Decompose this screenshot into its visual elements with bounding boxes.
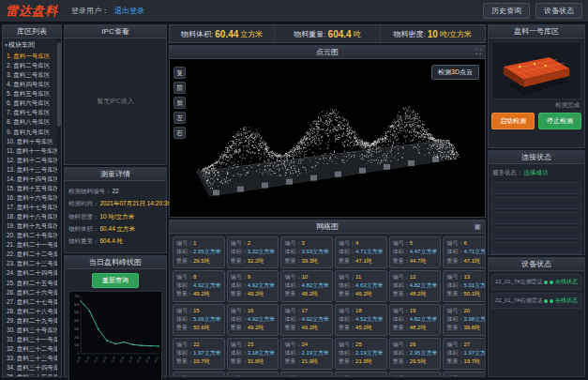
grid-cell[interactable]: 编号：13 体积：5.01立方米 重量：50.1吨 [443, 270, 485, 302]
area-list-item[interactable]: 3. 盘料三号库区 [7, 70, 61, 80]
grid-cell[interactable]: 编号：1 体积：2.95立方米 重量：29.5吨 [173, 236, 225, 268]
grid-cell[interactable]: 编号：4 体积：4.71立方米 重量：47.1吨 [335, 236, 387, 268]
grid-cell[interactable]: 编号：32 体积：1.76立方米 重量：17.6吨 [335, 372, 387, 376]
area-list-item[interactable]: 11. 盘料十一号库区 [7, 146, 61, 156]
grid-cell[interactable]: 编号：11 体积：4.62立方米 重量：46.2吨 [335, 270, 387, 302]
view-direction-button[interactable]: 左 [173, 112, 186, 124]
warehouse-3d-model[interactable] [491, 41, 581, 99]
area-list-item[interactable]: 21. 盘料二十一号库区 [7, 240, 61, 250]
area-list-item[interactable]: 15. 盘料十五号库区 [7, 184, 61, 193]
grid-cell[interactable]: 编号：18 体积：4.52立方米 重量：45.2吨 [335, 304, 387, 336]
cell-volume-value: 3.98立方米 [463, 316, 485, 322]
cell-volume-value: 3.22立方米 [248, 249, 276, 254]
area-list-item[interactable]: 13. 盘料十三号库区 [7, 165, 61, 175]
view-direction-button[interactable]: 右 [173, 127, 186, 139]
grid-cell[interactable]: 编号：20 体积：3.98立方米 重量：39.8吨 [443, 304, 485, 336]
requery-button[interactable]: 重新查询 [92, 273, 139, 288]
area-list-item[interactable]: 29. 盘料二十九号库区 [7, 316, 61, 326]
grid-cell[interactable]: 编号：9 体积：4.92立方米 重量：49.2吨 [227, 270, 279, 302]
grid-cell[interactable]: 编号：29 体积：1.97立方米 重量：19.7吨 [173, 372, 225, 376]
cell-weight-label: 重量： [176, 358, 193, 364]
detect-3d-pointcloud-button[interactable]: 检测3D点云 [431, 65, 479, 80]
area-list-item[interactable]: 27. 盘料二十七号库区 [7, 297, 61, 307]
start-detect-button[interactable]: 启动检测 [491, 113, 535, 129]
cell-no-value: 24 [301, 342, 308, 347]
area-list-item[interactable]: 31. 盘料三十一号库区 [7, 335, 61, 344]
view-direction-button[interactable]: 后 [173, 97, 186, 109]
grid-cell[interactable]: 编号：16 体积：4.92立方米 重量：49.2吨 [227, 304, 279, 336]
area-list-item[interactable]: 20. 盘料二十号库区 [7, 231, 61, 240]
grid-cell[interactable]: 编号：3 体积：3.93立方米 重量：39.3吨 [280, 236, 333, 268]
pointcloud-canvas[interactable] [170, 59, 485, 217]
stop-detect-button[interactable]: 停止检测 [538, 113, 581, 129]
grid-cell[interactable]: 编号：22 体积：1.97立方米 重量：19.7吨 [173, 338, 225, 370]
grid-cell[interactable]: 编号：8 体积：4.92立方米 重量：49.2吨 [173, 270, 225, 302]
view-direction-button[interactable]: 复 [173, 67, 186, 79]
grid-cell[interactable]: 编号：15 体积：5.06立方米 重量：50.6吨 [173, 304, 225, 336]
device-name: 22_01_7#右侧雷达 [495, 296, 542, 305]
tree-root-node[interactable]: ▾模块车间 [3, 38, 61, 52]
pointcloud-panel-header: 点云图 ⛶ [170, 46, 485, 59]
grid-cell[interactable]: 编号：34 体积：2.10立方米 重量：21.0吨 [443, 372, 485, 376]
cell-no-value: 2 [248, 240, 250, 246]
pointcloud-viewport[interactable]: 复前后左右 检测3D点云 [170, 59, 485, 217]
area-list-item[interactable]: 6. 盘料六号库区 [7, 99, 61, 108]
grid-cell[interactable]: 编号：10 体积：4.82立方米 重量：48.2吨 [280, 270, 333, 302]
cell-weight-value: 48.2吨 [410, 325, 427, 330]
ipc-panel-title: IPC查看 [65, 25, 166, 38]
cell-weight-value: 29.5吨 [410, 358, 427, 364]
grid-cell[interactable]: 编号：17 体积：4.92立方米 重量：49.2吨 [280, 304, 333, 336]
grid-cell[interactable]: 编号：27 体积：1.97立方米 重量：19.7吨 [443, 338, 485, 370]
area-list-item[interactable]: 22. 盘料二十二号库区 [7, 250, 61, 259]
view-direction-button[interactable]: 前 [173, 82, 186, 94]
area-list-item[interactable]: 8. 盘料八号库区 [7, 117, 61, 127]
area-list-item[interactable]: 30. 盘料三十号库区 [7, 326, 61, 335]
cell-volume-label: 体积： [393, 350, 410, 356]
grid-cell[interactable]: 编号：5 体积：4.47立方米 重量：44.7吨 [389, 236, 442, 268]
area-list-item[interactable]: 23. 盘料二十三号库区 [7, 259, 61, 268]
area-list-item[interactable]: 4. 盘料四号库区 [7, 80, 61, 89]
grid-cell[interactable]: 编号：12 体积：4.82立方米 重量：48.2吨 [389, 270, 442, 302]
grid-cell[interactable]: 编号：25 体积：2.19立方米 重量：21.9吨 [335, 338, 387, 370]
fullscreen-icon[interactable]: ⛶ [475, 46, 481, 58]
area-list-item[interactable]: 2. 盘料二号库区 [7, 61, 61, 70]
area-list-item[interactable]: 17. 盘料十七号库区 [7, 203, 61, 212]
area-list-item[interactable]: 35. 盘料三十五号库区 [7, 372, 61, 376]
device-status-button[interactable]: 设备状态 [535, 3, 582, 19]
cell-no-label: 编号： [446, 342, 463, 347]
area-list-item[interactable]: 10. 盘料十号库区 [7, 137, 61, 146]
area-list-item[interactable]: 26. 盘料二十六号库区 [7, 288, 61, 297]
grid-cell[interactable]: 编号：19 体积：4.82立方米 重量：48.2吨 [389, 304, 442, 336]
area-list-item[interactable]: 1. 盘料一号库区 [7, 52, 61, 61]
grid-cell[interactable]: 编号：33 体积：1.85立方米 重量：18.5吨 [389, 372, 442, 376]
grid-cell[interactable]: 编号：26 体积：2.95立方米 重量：29.5吨 [389, 338, 442, 370]
area-list-item[interactable]: 34. 盘料三十四号库区 [7, 363, 61, 372]
area-list-item[interactable]: 12. 盘料十二号库区 [7, 156, 61, 165]
grid-cell[interactable]: 编号：24 体积：2.19立方米 重量：21.9吨 [280, 338, 333, 370]
center-column: 物料体积: 60.44 立方米 物料重量: 604.4 吨 物料密度: 10 吨… [169, 24, 486, 377]
area-list-item[interactable]: 7. 盘料七号库区 [7, 108, 61, 117]
expand-icon[interactable]: ▣ [474, 220, 481, 233]
grid-cell[interactable]: 编号：30 体积：3.18立方米 重量：31.8吨 [227, 372, 279, 376]
area-list-item[interactable]: 9. 盘料九号库区 [7, 128, 61, 137]
area-list-item[interactable]: 25. 盘料二十五号库区 [7, 279, 61, 288]
logout-link[interactable]: 退出登录 [114, 6, 144, 16]
area-list-item[interactable]: 24. 盘料二十四号库区 [7, 268, 61, 278]
area-list-item[interactable]: 32. 盘料三十二号库区 [7, 344, 61, 354]
area-list-item[interactable]: 19. 盘料十九号库区 [7, 221, 61, 231]
area-list-item[interactable]: 5. 盘料五号库区 [7, 89, 61, 99]
area-list-item[interactable]: 33. 盘料三十三号库区 [7, 354, 61, 363]
scrollbar-thumb[interactable] [57, 42, 61, 127]
history-query-button[interactable]: 历史查询 [483, 3, 530, 19]
service-status-value: 连接成功 [524, 169, 549, 177]
area-list-item[interactable]: 16. 盘料十六号库区 [7, 193, 61, 203]
area-list-item[interactable]: 14. 盘料十四号库区 [7, 175, 61, 184]
area-list-scrollbar[interactable] [57, 38, 61, 376]
grid-cell[interactable]: 编号：6 体积：4.71立方米 重量：47.1吨 [443, 236, 485, 268]
area-list-item[interactable]: 18. 盘料十八号库区 [7, 212, 61, 221]
grid-cell[interactable]: 编号：31 体积：2.19立方米 重量：21.9吨 [280, 372, 333, 376]
grid-cell[interactable]: 编号：23 体积：3.18立方米 重量：31.8吨 [227, 338, 279, 370]
area-list-item[interactable]: 28. 盘料二十八号库区 [7, 307, 61, 316]
grid-cell[interactable]: 编号：2 体积：3.22立方米 重量：32.2吨 [227, 236, 279, 268]
detail-value: 10 吨/立方米 [100, 210, 135, 222]
